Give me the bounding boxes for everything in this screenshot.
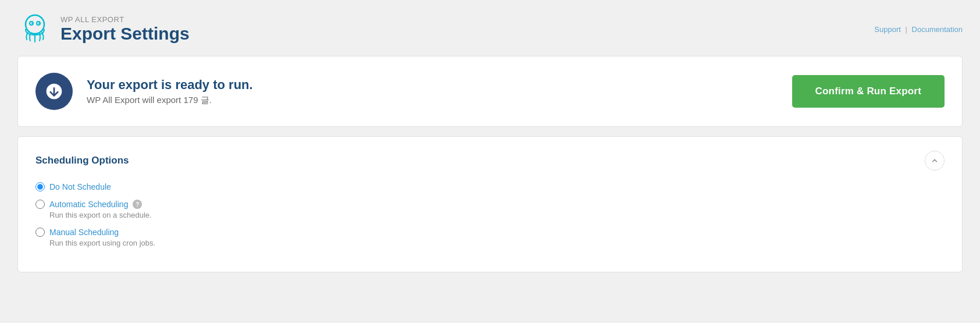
scheduling-card: Scheduling Options Do Not Schedule Autom… <box>17 136 963 272</box>
export-ready-card: Your export is ready to run. WP All Expo… <box>17 56 963 127</box>
header-links: Support | Documentation <box>874 25 963 34</box>
svg-point-0 <box>26 15 44 34</box>
scheduling-header: Scheduling Options <box>35 151 945 171</box>
export-ready-heading: Your export is ready to run. <box>87 77 253 93</box>
confirm-run-export-button[interactable]: Confirm & Run Export <box>792 75 945 108</box>
do-not-schedule-label[interactable]: Do Not Schedule <box>35 182 945 191</box>
page-header: WP ALL EXPORT Export Settings Support | … <box>0 0 980 56</box>
documentation-link[interactable]: Documentation <box>912 25 963 34</box>
manual-scheduling-label[interactable]: Manual Scheduling <box>35 228 945 237</box>
scheduling-option-do-not-schedule: Do Not Schedule <box>35 182 945 191</box>
page-title: Export Settings <box>60 24 190 43</box>
export-ready-description: WP All Export will export 179 글. <box>87 95 253 106</box>
header-titles: WP ALL EXPORT Export Settings <box>60 15 190 43</box>
support-link[interactable]: Support <box>874 25 901 34</box>
export-ready-left: Your export is ready to run. WP All Expo… <box>35 73 253 110</box>
scheduling-option-automatic: Automatic Scheduling ? Run this export o… <box>35 200 945 219</box>
export-ready-text: Your export is ready to run. WP All Expo… <box>87 77 253 106</box>
app-name: WP ALL EXPORT <box>60 15 190 24</box>
svg-point-4 <box>38 23 40 24</box>
do-not-schedule-text: Do Not Schedule <box>49 182 111 191</box>
header-left: WP ALL EXPORT Export Settings <box>17 12 190 47</box>
export-icon-circle <box>35 73 73 110</box>
scheduling-title: Scheduling Options <box>35 155 129 166</box>
do-not-schedule-radio[interactable] <box>35 182 45 191</box>
chevron-up-icon <box>931 157 939 165</box>
scheduling-option-manual: Manual Scheduling Run this export using … <box>35 228 945 247</box>
collapse-button[interactable] <box>925 151 945 171</box>
automatic-scheduling-help-icon[interactable]: ? <box>133 200 142 209</box>
automatic-scheduling-description: Run this export on a schedule. <box>49 211 945 219</box>
automatic-scheduling-radio[interactable] <box>35 200 45 209</box>
svg-point-3 <box>31 23 33 24</box>
separator: | <box>906 25 907 34</box>
automatic-scheduling-label[interactable]: Automatic Scheduling ? <box>35 200 945 209</box>
manual-scheduling-radio[interactable] <box>35 228 45 237</box>
manual-scheduling-description: Run this export using cron jobs. <box>49 239 945 247</box>
manual-scheduling-text: Manual Scheduling <box>49 228 119 237</box>
automatic-scheduling-text: Automatic Scheduling <box>49 200 128 209</box>
app-logo-icon <box>17 12 52 47</box>
download-icon <box>45 82 63 101</box>
main-content: Your export is ready to run. WP All Expo… <box>0 56 980 284</box>
